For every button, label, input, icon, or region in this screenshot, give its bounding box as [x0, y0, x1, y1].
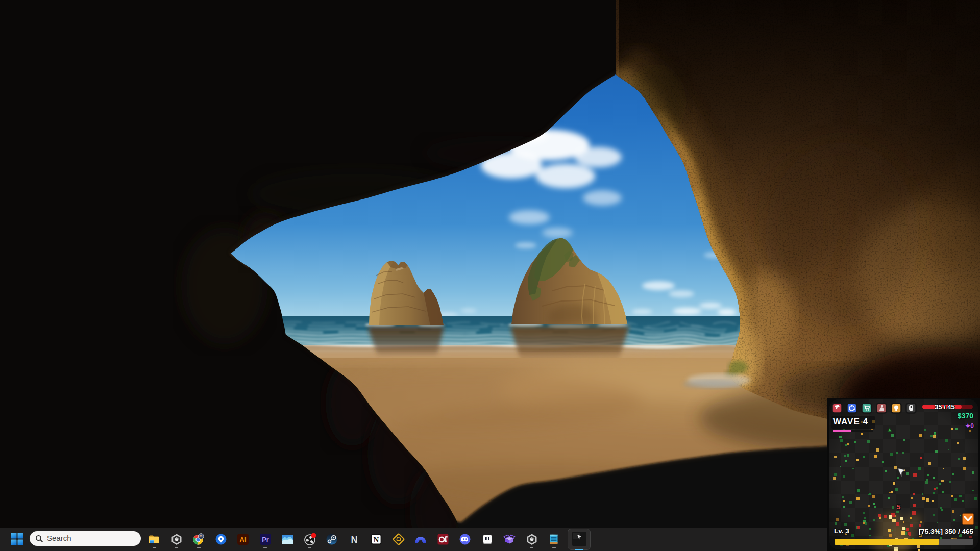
svg-text:Ai: Ai: [240, 536, 247, 543]
svg-text:Pr: Pr: [262, 536, 269, 543]
svg-text:N: N: [351, 535, 357, 545]
svg-text:N: N: [374, 536, 379, 544]
